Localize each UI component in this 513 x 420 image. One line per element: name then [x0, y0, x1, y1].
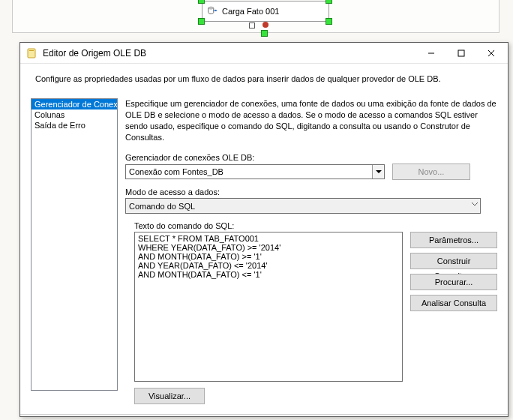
- close-button[interactable]: [476, 44, 506, 63]
- svg-rect-3: [29, 50, 34, 51]
- preview-button[interactable]: Visualizar...: [134, 388, 205, 404]
- output-handle[interactable]: [249, 22, 255, 28]
- svg-rect-2: [28, 49, 35, 58]
- nav-item-connection[interactable]: Gerenciador de Conexões: [32, 99, 117, 110]
- resize-handle[interactable]: [198, 0, 205, 4]
- task-label: Carga Fato 001: [222, 7, 279, 16]
- maximize-button[interactable]: [446, 44, 476, 63]
- mode-combobox[interactable]: Comando do SQL: [125, 198, 481, 214]
- sql-textarea[interactable]: [134, 232, 403, 382]
- minimize-button[interactable]: [416, 44, 446, 63]
- ssis-task-box[interactable]: Carga Fato 001: [202, 1, 329, 22]
- nav-item-error[interactable]: Saída de Erro: [32, 120, 117, 130]
- separator: [20, 414, 508, 415]
- svg-point-1: [208, 7, 214, 10]
- mode-label: Modo de acesso a dados:: [125, 188, 497, 196]
- error-output-handle[interactable]: [262, 22, 268, 28]
- window-icon: [26, 47, 38, 59]
- nav-list[interactable]: Gerenciador de Conexões Colunas Saída de…: [31, 98, 118, 391]
- dialog-body: Configure as propriedades usadas por um …: [20, 64, 508, 416]
- conn-label: Gerenciador de conexões OLE DB:: [125, 153, 497, 162]
- panel-description: Especifique um gerenciador de conexões, …: [125, 98, 497, 142]
- parse-query-button[interactable]: Analisar Consulta: [410, 295, 497, 311]
- resize-handle[interactable]: [261, 30, 268, 37]
- db-icon: [207, 5, 218, 17]
- new-button[interactable]: Novo...: [392, 164, 470, 180]
- chevron-down-icon: [471, 200, 478, 209]
- resize-handle[interactable]: [198, 18, 205, 25]
- resize-handle[interactable]: [326, 0, 332, 4]
- browse-button[interactable]: Procurar...: [410, 274, 497, 290]
- params-button[interactable]: Parâmetros...: [410, 232, 497, 248]
- nav-item-columns[interactable]: Colunas: [32, 110, 117, 120]
- chevron-down-icon: [372, 165, 384, 178]
- conn-value: Conexão com Fontes_DB: [129, 167, 224, 176]
- sql-label: Texto do comando do SQL:: [134, 221, 497, 230]
- titlebar[interactable]: Editor de Origem OLE DB: [20, 43, 508, 64]
- build-query-button[interactable]: Construir Consulta...: [410, 253, 497, 269]
- config-text: Configure as propriedades usadas por um …: [35, 74, 497, 83]
- dialog-window: Editor de Origem OLE DB Configure as pro…: [20, 42, 508, 417]
- window-title: Editor de Origem OLE DB: [43, 48, 416, 58]
- svg-rect-4: [458, 50, 464, 56]
- conn-combobox[interactable]: Conexão com Fontes_DB: [125, 164, 385, 179]
- resize-handle[interactable]: [326, 18, 332, 25]
- mode-value: Comando do SQL: [129, 202, 195, 211]
